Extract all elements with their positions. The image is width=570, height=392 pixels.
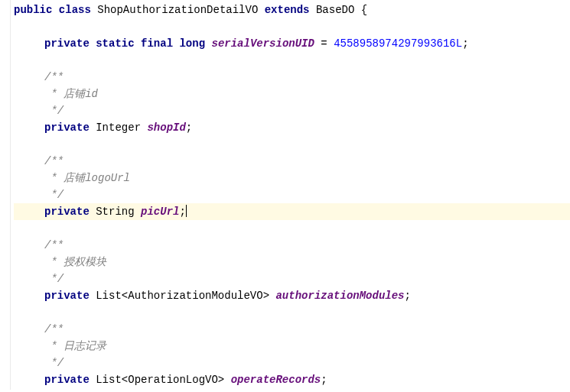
keyword-static: static: [96, 37, 134, 50]
javadoc-open: /**: [44, 155, 64, 167]
type-name: String: [96, 206, 134, 218]
keyword-extends: extends: [265, 4, 310, 16]
keyword-private: private: [44, 290, 90, 302]
comment-line[interactable]: */: [14, 355, 570, 371]
keyword-private: private: [44, 206, 90, 218]
code-line[interactable]: public class ShopAuthorizationDetailVO e…: [14, 2, 570, 18]
blank-line[interactable]: [14, 304, 570, 321]
comment-line[interactable]: * 日志记录: [14, 338, 570, 355]
code-line[interactable]: private static final long serialVersionU…: [14, 35, 570, 52]
keyword-class: class: [59, 4, 91, 16]
code-line[interactable]: private List<OperationLogVO> operateReco…: [14, 371, 570, 388]
semicolon: ;: [321, 374, 327, 386]
class-name: ShopAuthorizationDetailVO: [97, 4, 258, 16]
blank-line[interactable]: [14, 18, 570, 35]
type-name: List<AuthorizationModuleVO>: [96, 290, 269, 302]
equals-sign: =: [314, 37, 334, 50]
comment-line[interactable]: * 店铺logoUrl: [14, 170, 570, 186]
blank-line[interactable]: [14, 220, 570, 237]
semicolon: ;: [462, 37, 468, 50]
semicolon: ;: [186, 121, 192, 134]
keyword-long: long: [179, 37, 205, 50]
javadoc-close: */: [44, 189, 64, 201]
code-area[interactable]: public class ShopAuthorizationDetailVO e…: [14, 2, 570, 388]
comment-line[interactable]: * 授权模块: [14, 254, 570, 271]
keyword-private: private: [44, 37, 90, 50]
code-line[interactable]: private Integer shopId;: [14, 119, 570, 136]
javadoc-open: /**: [44, 239, 64, 251]
javadoc-body: * 授权模块: [44, 256, 106, 268]
semicolon: ;: [179, 206, 185, 218]
javadoc-close: */: [44, 105, 64, 117]
blank-line[interactable]: [14, 136, 570, 153]
comment-line[interactable]: */: [14, 186, 570, 203]
javadoc-body: * 日志记录: [44, 340, 106, 352]
editor-gutter: [0, 0, 11, 390]
keyword-public: public: [14, 4, 52, 16]
comment-line[interactable]: /**: [14, 321, 570, 338]
code-editor[interactable]: public class ShopAuthorizationDetailVO e…: [0, 0, 570, 390]
field-shopid: shopId: [147, 121, 185, 134]
keyword-final: final: [141, 37, 173, 50]
type-name: Integer: [96, 121, 141, 134]
field-serialversionuid: serialVersionUID: [211, 37, 314, 50]
text-caret: [186, 205, 187, 217]
comment-line[interactable]: */: [14, 271, 570, 287]
number-literal: 4558958974297993616L: [334, 37, 462, 50]
type-name: List<OperationLogVO>: [96, 374, 224, 386]
field-authorizationmodules: authorizationModules: [275, 290, 404, 302]
javadoc-close: */: [44, 273, 64, 285]
javadoc-open: /**: [44, 323, 64, 335]
comment-line[interactable]: /**: [14, 237, 570, 254]
blank-line[interactable]: [14, 52, 570, 69]
keyword-private: private: [44, 121, 90, 134]
comment-line[interactable]: /**: [14, 153, 570, 170]
base-class-name: BaseDO: [316, 4, 354, 16]
comment-line[interactable]: */: [14, 102, 570, 119]
keyword-private: private: [44, 374, 90, 386]
open-brace: {: [354, 4, 367, 16]
javadoc-close: */: [44, 357, 64, 369]
comment-line[interactable]: /**: [14, 69, 570, 86]
javadoc-body: * 店铺id: [44, 88, 98, 100]
field-operaterecords: operateRecords: [231, 374, 321, 386]
javadoc-body: * 店铺logoUrl: [44, 172, 130, 184]
code-line-active[interactable]: private String picUrl;: [14, 203, 570, 220]
javadoc-open: /**: [44, 71, 64, 83]
field-picurl: picUrl: [141, 206, 179, 218]
comment-line[interactable]: * 店铺id: [14, 86, 570, 102]
code-line[interactable]: private List<AuthorizationModuleVO> auth…: [14, 287, 570, 304]
semicolon: ;: [405, 290, 411, 302]
